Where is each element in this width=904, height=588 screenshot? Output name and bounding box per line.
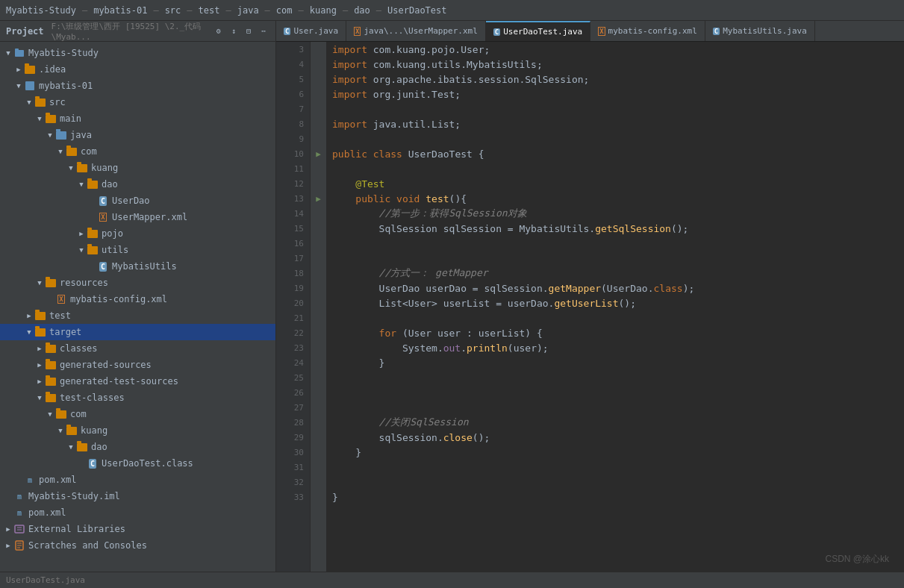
tree-item-dao2[interactable]: ▼dao bbox=[0, 439, 275, 455]
tree-item-pom-xml[interactable]: mpom.xml bbox=[0, 472, 275, 488]
tree-item-utils[interactable]: ▼utils bbox=[0, 242, 275, 258]
tree-item-java[interactable]: ▼java bbox=[0, 127, 275, 143]
editor-tab-label: MybatisUtils.java bbox=[723, 26, 807, 36]
code-line: } bbox=[326, 445, 904, 460]
gutter-cell bbox=[311, 400, 326, 415]
tree-item-pojo[interactable]: ▶pojo bbox=[0, 225, 275, 242]
com-label: com bbox=[276, 5, 293, 16]
tree-item-target[interactable]: ▼target bbox=[0, 324, 275, 340]
line-number: 14 bbox=[276, 206, 310, 221]
tab-mybatis-config-xml[interactable]: Xmybatis-config.xml bbox=[590, 21, 705, 41]
collapse-icon[interactable]: ⊟ bbox=[243, 25, 255, 37]
settings-icon[interactable]: ⚙ bbox=[213, 25, 225, 37]
tree-item-userdao[interactable]: CUserDao bbox=[0, 193, 275, 209]
tree-item-usermapper[interactable]: XUserMapper.xml bbox=[0, 209, 275, 225]
folder-icon bbox=[66, 425, 78, 437]
gutter-cell: ▶ bbox=[311, 146, 326, 161]
tree-item-dao[interactable]: ▼dao bbox=[0, 176, 275, 193]
tree-item-com[interactable]: ▼com bbox=[0, 143, 275, 160]
code-line: //关闭SqlSession bbox=[326, 415, 904, 430]
iml-file-icon: m bbox=[13, 490, 25, 502]
folder-icon bbox=[45, 343, 57, 354]
tree-item-classes[interactable]: ▶classes bbox=[0, 340, 275, 357]
dao-label: dao bbox=[354, 5, 370, 16]
tree-item-userdaotest-class[interactable]: CUserDaoTest.class bbox=[0, 455, 275, 472]
java-file-icon: C bbox=[97, 260, 109, 272]
current-file: UserDaoTest bbox=[387, 5, 446, 16]
tree-item-label: utils bbox=[102, 245, 128, 255]
tree-item-label: UserMapper.xml bbox=[112, 212, 187, 222]
tree-item-kuang2[interactable]: ▼kuang bbox=[0, 422, 275, 439]
tree-item-mybatisutils[interactable]: CMybatisUtils bbox=[0, 258, 275, 275]
code-line: public void test(){ bbox=[326, 191, 904, 206]
line-number: 28 bbox=[276, 415, 310, 430]
line-number: 27 bbox=[276, 400, 310, 415]
run-icon[interactable]: ▶ bbox=[316, 149, 321, 159]
run-icon[interactable]: ▶ bbox=[316, 194, 321, 204]
line-number: 16 bbox=[276, 236, 310, 251]
tree-item-mybatis-01[interactable]: ▼mybatis-01 bbox=[0, 78, 275, 94]
tree-item-ext-libs[interactable]: ▶External Libraries bbox=[0, 521, 275, 537]
line-number: 23 bbox=[276, 340, 310, 355]
tree-item-src[interactable]: ▼src bbox=[0, 94, 275, 110]
extlib-icon bbox=[13, 523, 25, 535]
tree-item-com2[interactable]: ▼com bbox=[0, 406, 275, 422]
project-tree: ▼Myabtis-Study▶.idea▼mybatis-01▼src▼main… bbox=[0, 42, 275, 572]
tree-item-myabtis-study-iml[interactable]: mMyabtis-Study.iml bbox=[0, 488, 275, 504]
tree-item-label: kuang bbox=[81, 425, 107, 436]
tab-mybatisutils-java[interactable]: CMybatisUtils.java bbox=[705, 21, 815, 41]
gutter-cell bbox=[311, 72, 326, 87]
tree-item-test-classes[interactable]: ▼test-classes bbox=[0, 390, 275, 406]
line-number: 7 bbox=[276, 101, 310, 116]
java-label: java bbox=[237, 5, 259, 16]
chevron-icon: ▼ bbox=[34, 115, 45, 122]
module-icon bbox=[24, 80, 36, 92]
tree-item-label: UserDaoTest.class bbox=[102, 458, 193, 469]
line-number: 12 bbox=[276, 176, 310, 191]
dots-icon[interactable]: ⋯ bbox=[258, 25, 269, 37]
tree-item-pom-xml2[interactable]: mpom.xml bbox=[0, 504, 275, 521]
tree-item-label: classes bbox=[60, 343, 98, 354]
tree-item-label: test-classes bbox=[60, 392, 125, 403]
tree-item-label: generated-sources bbox=[60, 360, 152, 370]
tab-usermapper-xml[interactable]: Xjava\...\UserMapper.xml bbox=[346, 21, 486, 41]
gutter-cell bbox=[311, 340, 326, 355]
code-line: //方式一： getMapper bbox=[326, 266, 904, 281]
code-line bbox=[326, 251, 904, 266]
code-content[interactable]: import com.kuang.pojo.User;import com.ku… bbox=[326, 42, 904, 572]
code-line bbox=[326, 131, 904, 146]
project-icon bbox=[13, 47, 25, 59]
line-number: 24 bbox=[276, 355, 310, 370]
chevron-icon: ▼ bbox=[66, 164, 76, 172]
code-line bbox=[326, 460, 904, 475]
tab-user-java[interactable]: CUser.java bbox=[276, 21, 346, 41]
tree-item-generated-test-sources[interactable]: ▶generated-test-sources bbox=[0, 373, 275, 390]
tree-item-resources[interactable]: ▼resources bbox=[0, 275, 275, 291]
chevron-icon: ▼ bbox=[13, 82, 24, 90]
gutter-cell bbox=[311, 176, 326, 191]
chevron-icon: ▼ bbox=[66, 443, 76, 451]
tree-item-myabtis-study[interactable]: ▼Myabtis-Study bbox=[0, 45, 275, 61]
xml-file-icon: X bbox=[97, 211, 109, 223]
tree-item-generated-sources[interactable]: ▶generated-sources bbox=[0, 357, 275, 373]
tree-item-label: src bbox=[49, 97, 66, 107]
tree-item-kuang[interactable]: ▼kuang bbox=[0, 160, 275, 176]
folder-blue-icon bbox=[55, 129, 67, 141]
code-line: for (User user : userList) { bbox=[326, 325, 904, 340]
folder-icon bbox=[76, 441, 88, 453]
folder-icon bbox=[45, 392, 57, 404]
tree-item-scratches[interactable]: ▶Scratches and Consoles bbox=[0, 537, 275, 554]
tree-item-label: pom.xml bbox=[39, 475, 77, 485]
gutter-cell bbox=[311, 206, 326, 221]
code-line bbox=[326, 236, 904, 251]
line-number: 29 bbox=[276, 430, 310, 445]
folder-icon bbox=[66, 146, 78, 157]
tree-item-test[interactable]: ▶test bbox=[0, 307, 275, 324]
sync-icon[interactable]: ↕ bbox=[228, 25, 240, 37]
tree-item-label: pojo bbox=[102, 228, 123, 239]
tree-item-idea[interactable]: ▶.idea bbox=[0, 61, 275, 78]
tree-item-main[interactable]: ▼main bbox=[0, 110, 275, 127]
gutter-cell bbox=[311, 221, 326, 236]
tree-item-mybatis-config[interactable]: Xmybatis-config.xml bbox=[0, 291, 275, 307]
tab-userdaotest-java[interactable]: CUserDaoTest.java bbox=[486, 21, 590, 41]
